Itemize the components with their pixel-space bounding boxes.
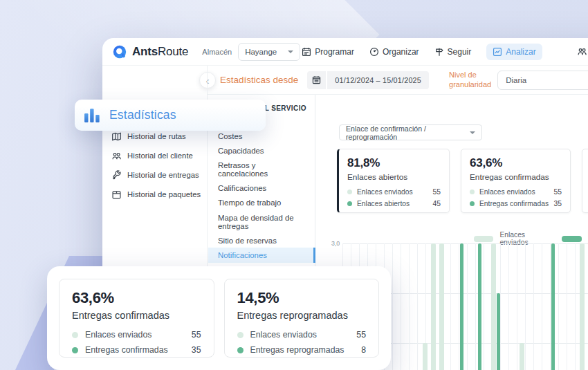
stat-cards-row: 81,8% Enlaces abiertos Enlaces enviados …	[337, 149, 588, 213]
stat-row: Enlaces enviados 55	[470, 188, 562, 196]
overlay-row: Entregas confirmadas 35	[72, 345, 201, 355]
calendar-icon	[312, 75, 321, 84]
stat-row: Enlaces enviados 55	[347, 188, 441, 196]
chart-bar	[520, 343, 524, 370]
stat-row: Entregas confirmadas 35	[470, 200, 562, 207]
analyze-chart-icon	[493, 47, 502, 57]
date-range-field[interactable]: 01/12/2024 – 15/01/2025	[327, 71, 429, 89]
nav-menu: Programar Organizar Seguir Analizar	[302, 44, 588, 60]
sidebar-item-label: Estadísticas	[109, 108, 176, 122]
notification-type-value: Enlace de confirmación / reprogramación	[346, 124, 470, 141]
date-range-picker: 01/12/2024 – 15/01/2025	[307, 71, 429, 89]
warehouse-select[interactable]: Hayange	[238, 43, 300, 61]
chart-bar	[460, 243, 463, 370]
submenu-item-sitio-reservas[interactable]: Sitio de reservas	[208, 233, 315, 248]
top-navbar: AntsRoute Almacén Hayange Programar Orga…	[102, 38, 588, 66]
map-icon	[111, 131, 122, 142]
stat-card-enlaces-abiertos[interactable]: 81,8% Enlaces abiertos Enlaces enviados …	[337, 149, 450, 213]
chart-bar	[551, 243, 555, 370]
submenu-item-costes[interactable]: Costes	[208, 129, 315, 143]
stat-card-partial[interactable]	[582, 149, 588, 213]
overlay-row: Enlaces enviados 55	[72, 330, 201, 340]
warehouse-label: Almacén	[202, 48, 232, 56]
sidebar-item-historial-cliente[interactable]: Historial del cliente	[102, 146, 207, 165]
stat-title: Entregas confirmadas	[470, 172, 562, 182]
stat-title: Enlaces abiertos	[347, 172, 441, 182]
warehouse-value: Hayange	[245, 48, 277, 56]
overlay-row: Entregas reprogramadas 8	[237, 345, 367, 355]
stat-percent: 63,6%	[470, 156, 562, 170]
antsroute-logo[interactable]: AntsRoute	[112, 44, 188, 59]
chart-bar	[478, 243, 481, 370]
granularity-value: Diaria	[506, 76, 526, 84]
package-icon	[111, 189, 122, 200]
overlay-card-entregas-confirmadas: 63,6% Entregas confirmadas Enlaces envia…	[59, 279, 214, 358]
series-dot-enviados	[72, 332, 78, 338]
sidebar-item-historial-entregas[interactable]: Historial de entregas	[102, 165, 207, 185]
clients-icon	[577, 46, 587, 57]
chevron-down-icon	[470, 131, 475, 134]
nav-item-seguir[interactable]: Seguir	[434, 47, 472, 57]
notification-type-select[interactable]: Enlace de confirmación / reprogramación	[339, 124, 482, 140]
nav-item-clientes[interactable]: Clientes	[577, 46, 588, 57]
bar-chart-icon	[83, 106, 102, 124]
chevron-down-icon	[288, 50, 293, 53]
y-axis-tick: 3,0	[331, 240, 340, 247]
granularity-label: Nivel de granularidad	[449, 71, 491, 89]
overlay-percent: 14,5%	[237, 289, 367, 307]
series-dot-reprogramadas	[237, 347, 244, 353]
clock-icon	[369, 47, 379, 57]
antsroute-logo-icon	[112, 44, 127, 59]
series-dot-confirmadas	[470, 201, 475, 206]
chart-bar	[423, 343, 428, 370]
series-dot-enviados	[347, 189, 352, 194]
clients-icon	[111, 151, 122, 161]
overlay-percent: 63,6%	[72, 289, 201, 307]
overlay-title: Entregas reprogramadas	[237, 310, 367, 321]
overlay-card-entregas-reprogramadas: 14,5% Entregas reprogramadas Enlaces env…	[224, 279, 380, 358]
chart-bar	[497, 293, 500, 370]
submenu-list: Costes Capacidades Retrasos y cancelacio…	[208, 129, 315, 263]
toolbar-title: Estadísticas desde	[220, 75, 298, 85]
overlay-title: Entregas confirmadas	[72, 310, 201, 321]
legend-swatch-dark	[562, 236, 581, 242]
sidebar-item-historial-paquetes[interactable]: Historial de paquetes	[102, 185, 207, 204]
nav-item-analizar[interactable]: Analizar	[486, 44, 542, 60]
chart-bar	[580, 243, 585, 370]
series-dot-enviados	[237, 332, 244, 338]
submenu-item-calificaciones[interactable]: Calificaciones	[208, 181, 315, 196]
legend-swatch-light	[474, 236, 493, 242]
calendar-button[interactable]	[307, 71, 326, 89]
brand-name: AntsRoute	[132, 45, 188, 59]
granularity-select[interactable]: Diaria	[497, 71, 588, 90]
stats-toolbar: ‹ Estadísticas desde 01/12/2024 – 15/01/…	[208, 66, 588, 95]
chart-bar	[491, 243, 496, 370]
submenu-item-mapa-densidad[interactable]: Mapa de densidad de entregas	[208, 210, 315, 233]
nav-item-programar[interactable]: Programar	[302, 47, 354, 57]
calendar-icon	[302, 47, 311, 57]
nav-item-organizar[interactable]: Organizar	[369, 47, 419, 57]
submenu-item-notificaciones[interactable]: Notificaciones	[208, 248, 315, 262]
signpost-icon	[434, 47, 444, 57]
zoomed-stats-panel: 63,6% Entregas confirmadas Enlaces envia…	[47, 266, 391, 370]
series-dot-enviados	[470, 189, 475, 194]
submenu-item-tiempo-trabajo[interactable]: Tiempo de trabajo	[208, 196, 315, 210]
chart-bar	[439, 243, 444, 370]
series-dot-confirmadas	[72, 347, 78, 353]
wrench-icon	[111, 170, 122, 181]
chart-bar	[431, 243, 436, 370]
series-dot-abiertos	[347, 201, 352, 206]
sidebar-item-estadisticas-highlight[interactable]: Estadísticas	[75, 100, 266, 131]
stat-card-entregas-confirmadas[interactable]: 63,6% Entregas confirmadas Enlaces envia…	[461, 149, 571, 213]
submenu-item-capacidades[interactable]: Capacidades	[208, 143, 315, 158]
overlay-row: Enlaces enviados 55	[237, 330, 367, 340]
stat-row: Enlaces abiertos 45	[347, 200, 441, 207]
submenu-item-retrasos[interactable]: Retrasos y cancelaciones	[208, 158, 315, 181]
stat-percent: 81,8%	[347, 156, 441, 170]
